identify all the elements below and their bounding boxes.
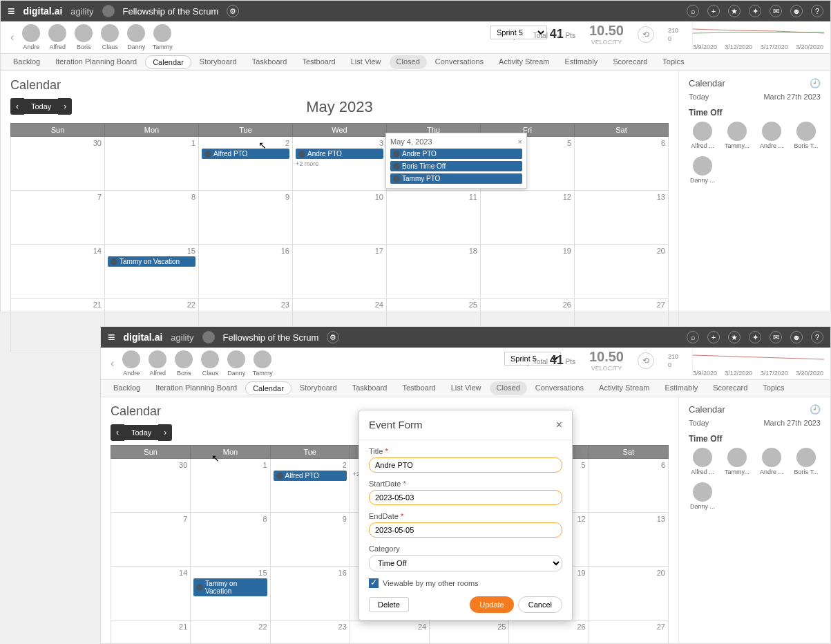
day-number: 2 — [285, 139, 289, 147]
tab-estimably[interactable]: Estimably — [557, 55, 604, 69]
timeoff-person[interactable]: Andre ... — [758, 122, 785, 149]
cal-cell[interactable]: 18 — [387, 245, 481, 299]
timeoff-person[interactable]: Tammy... — [723, 122, 751, 149]
tab-topics[interactable]: Topics — [656, 55, 691, 69]
avatar — [101, 24, 119, 42]
cal-cell[interactable]: May 4, 2023× Andre PTO Boris Time Off Ta… — [387, 137, 481, 191]
avatar — [127, 24, 145, 42]
cal-prev[interactable]: ‹ — [10, 98, 24, 115]
cal-today-button[interactable]: Today — [24, 99, 58, 114]
member-item[interactable]: Danny — [124, 24, 148, 50]
viewable-checkbox[interactable]: Viewable by my other rooms — [369, 578, 562, 588]
cal-next[interactable]: › — [58, 98, 72, 115]
cal-cell[interactable]: 1 — [105, 137, 199, 191]
tab-conversations[interactable]: Conversations — [428, 55, 490, 69]
spark-date: 3/9/2020 — [693, 44, 717, 50]
help-icon[interactable]: ? — [811, 5, 823, 17]
timeoff-person[interactable]: Boris T... — [792, 122, 820, 149]
star-icon[interactable]: ★ — [728, 5, 741, 17]
timeoff-person[interactable]: Alfred ... — [689, 122, 716, 149]
close-icon[interactable]: × — [556, 419, 562, 431]
cancel-button[interactable]: Cancel — [518, 596, 562, 613]
tab-testboard[interactable]: Testboard — [295, 55, 342, 69]
tab-storyboard[interactable]: Storyboard — [193, 55, 244, 69]
avatar — [693, 156, 712, 176]
cal-cell[interactable]: 14 — [11, 245, 105, 299]
cal-cell[interactable]: 19 — [481, 245, 575, 299]
cal-cell[interactable]: 7 — [11, 191, 105, 245]
update-button[interactable]: Update — [470, 596, 513, 613]
tab-closed[interactable]: Closed — [390, 55, 427, 69]
cal-cell[interactable]: 30 — [11, 137, 105, 191]
dow: Sat — [575, 124, 669, 137]
plus-icon[interactable]: + — [707, 5, 720, 17]
cal-cell[interactable]: 10 — [293, 191, 387, 245]
member-item[interactable]: Andre — [19, 24, 43, 50]
cal-cell[interactable]: 9 — [199, 191, 293, 245]
cal-cell[interactable]: 3 Andre PTO +2 more — [293, 137, 387, 191]
field-enddate: EndDate * — [369, 512, 562, 538]
cal-cell[interactable]: 11 — [387, 191, 481, 245]
event-pill[interactable]: Boris Time Off — [390, 161, 522, 171]
gear-icon[interactable]: ⚙ — [227, 5, 239, 17]
cal-cell[interactable]: 17 — [293, 245, 387, 299]
tab-scorecard[interactable]: Scorecard — [606, 55, 654, 69]
title-input[interactable] — [369, 457, 562, 473]
timeoff-person[interactable]: Danny ... — [689, 156, 716, 184]
menu-icon[interactable]: ≡ — [8, 4, 15, 19]
more-link[interactable]: +2 more — [296, 160, 383, 167]
members-prev[interactable]: ‹ — [8, 31, 17, 44]
side-panel: Calendar🕘 TodayMarch 27th 2023 Time Off … — [678, 71, 830, 359]
clock-icon[interactable]: 🕘 — [810, 78, 821, 88]
chat-icon[interactable]: ✉ — [770, 5, 782, 17]
member-item[interactable]: Tammy — [151, 24, 174, 50]
room-avatar — [102, 5, 115, 17]
refresh-icon[interactable]: ⟲ — [638, 26, 654, 43]
brand-secondary: agility — [70, 6, 93, 17]
event-pill[interactable]: Alfred PTO — [202, 149, 289, 159]
search-icon[interactable]: ⌕ — [687, 5, 699, 17]
tab-iteration-planning[interactable]: Iteration Planning Board — [48, 55, 144, 69]
tab-taskboard[interactable]: Taskboard — [245, 55, 294, 69]
brand-primary: digital.ai — [23, 6, 63, 17]
tab-bar: Backlog Iteration Planning Board Calenda… — [1, 54, 830, 71]
today-label: Today — [689, 93, 709, 101]
tab-backlog[interactable]: Backlog — [6, 55, 47, 69]
close-icon[interactable]: × — [518, 138, 522, 146]
cal-cell[interactable]: 6 — [575, 137, 669, 191]
event-pill[interactable]: Andre PTO — [296, 149, 383, 159]
event-pill[interactable]: Tammy on Vacation — [108, 256, 195, 267]
checkbox-icon — [369, 578, 379, 588]
event-pill[interactable]: Andre PTO — [390, 149, 522, 159]
puzzle-icon[interactable]: ✦ — [749, 5, 761, 17]
metrics: Total 41 Pts 10.50 VELOCITY ⟲ 2100 3/9/2… — [533, 23, 823, 46]
enddate-input[interactable] — [369, 522, 562, 538]
cal-cell[interactable]: 21 — [11, 299, 105, 352]
delete-button[interactable]: Delete — [369, 597, 409, 612]
day-number: 3 — [379, 139, 383, 147]
cal-cell[interactable]: 20 — [575, 245, 669, 299]
cal-cell[interactable]: 15 Tammy on Vacation — [105, 245, 199, 299]
cal-cell[interactable]: 16 — [199, 245, 293, 299]
tab-calendar[interactable]: Calendar — [145, 55, 191, 69]
checkbox-label: Viewable by my other rooms — [383, 579, 479, 587]
event-pill[interactable]: Tammy PTO — [390, 173, 522, 184]
tab-activity-stream[interactable]: Activity Stream — [492, 55, 556, 69]
avatar — [48, 24, 66, 42]
user-icon[interactable]: ☻ — [790, 5, 803, 17]
spark-date: 3/12/2020 — [725, 44, 752, 50]
avatar — [75, 24, 93, 42]
room-name[interactable]: Fellowship of the Scrum — [123, 6, 219, 17]
cal-cell[interactable]: 8 — [105, 191, 199, 245]
cal-cell[interactable]: 2 Alfred PTO ↖ — [199, 137, 293, 191]
category-select[interactable]: Time Off — [369, 555, 562, 571]
tab-list-view[interactable]: List View — [344, 55, 388, 69]
member-item[interactable]: Claus — [98, 24, 122, 50]
avatar — [693, 122, 712, 141]
field-startdate: StartDate * — [369, 480, 562, 505]
startdate-input[interactable] — [369, 490, 562, 505]
cal-cell[interactable]: 12 — [481, 191, 575, 245]
cal-cell[interactable]: 13 — [575, 191, 669, 245]
member-item[interactable]: Alfred — [46, 24, 69, 50]
member-item[interactable]: Boris — [72, 24, 95, 50]
